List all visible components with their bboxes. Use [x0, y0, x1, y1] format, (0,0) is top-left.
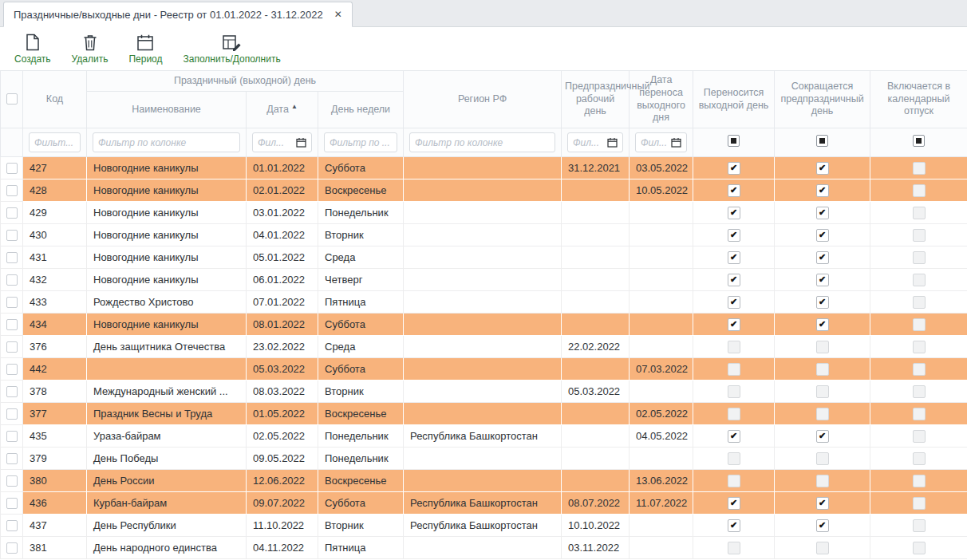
row-checkbox[interactable] — [6, 297, 18, 308]
table-row[interactable]: 427Новогодние каникулы01.01.2022Суббота3… — [1, 157, 967, 179]
shortened-checkbox[interactable]: ✔ — [816, 274, 829, 286]
table-row[interactable]: 432Новогодние каникулы06.01.2022Четверг✔… — [1, 269, 967, 291]
period-button[interactable]: Период — [128, 34, 162, 65]
row-checkbox[interactable] — [6, 364, 18, 375]
column-header-transfer-date[interactable]: Дата переноса выходного дня — [630, 71, 693, 128]
shortened-checkbox[interactable]: ✔ — [816, 162, 829, 175]
column-header-date[interactable]: Дата▲ — [247, 92, 318, 128]
vacation-checkbox[interactable] — [913, 408, 926, 420]
row-checkbox[interactable] — [6, 431, 18, 442]
column-header-code[interactable]: Код — [23, 71, 87, 128]
create-button[interactable]: Создать — [14, 34, 51, 65]
shortened-checkbox[interactable]: ✔ — [816, 497, 829, 510]
table-row[interactable]: 434Новогодние каникулы08.01.2022Суббота✔… — [1, 314, 967, 336]
transferred-checkbox[interactable] — [728, 341, 740, 353]
shortened-checkbox[interactable]: ✔ — [816, 207, 829, 219]
table-row[interactable]: 379День Победы09.05.2022Понедельник — [1, 448, 967, 470]
filter-transfer-input[interactable] — [641, 137, 669, 148]
transferred-checkbox[interactable] — [728, 385, 740, 398]
filter-weekday-input[interactable] — [330, 137, 392, 148]
tab-close-icon[interactable]: ✕ — [334, 9, 342, 20]
vacation-checkbox[interactable] — [913, 430, 926, 443]
shortened-checkbox[interactable]: ✔ — [816, 296, 829, 309]
vacation-checkbox[interactable] — [913, 229, 926, 242]
transferred-checkbox[interactable]: ✔ — [728, 430, 740, 443]
shortened-checkbox[interactable] — [816, 475, 829, 487]
row-checkbox[interactable] — [6, 498, 18, 509]
column-header-shortened[interactable]: Сокращается предпраздничный день — [775, 71, 870, 128]
vacation-checkbox[interactable] — [913, 207, 926, 219]
row-checkbox[interactable] — [6, 520, 18, 531]
transferred-checkbox[interactable]: ✔ — [728, 251, 740, 264]
shortened-checkbox[interactable]: ✔ — [816, 251, 829, 264]
vacation-checkbox[interactable] — [913, 184, 926, 197]
filter-region-input[interactable] — [415, 137, 550, 148]
fill-append-button[interactable]: Заполнить/Дополнить — [184, 34, 281, 65]
calendar-icon[interactable] — [671, 137, 681, 148]
row-checkbox[interactable] — [6, 475, 18, 487]
vacation-checkbox[interactable] — [913, 497, 926, 510]
shortened-checkbox[interactable]: ✔ — [816, 430, 829, 443]
column-header-transferred[interactable]: Переносится выходной день — [693, 71, 775, 128]
filter-vacation-checkbox[interactable] — [913, 135, 925, 147]
table-row[interactable]: 376День защитника Отечества23.02.2022Сре… — [1, 336, 967, 358]
row-checkbox[interactable] — [6, 542, 18, 554]
row-checkbox[interactable] — [6, 453, 18, 464]
table-row[interactable]: 437День Республики11.10.2022ВторникРеспу… — [1, 515, 967, 537]
transferred-checkbox[interactable] — [728, 542, 740, 554]
row-checkbox[interactable] — [6, 230, 18, 241]
shortened-checkbox[interactable]: ✔ — [816, 229, 829, 242]
filter-preholiday-input[interactable] — [573, 137, 605, 148]
vacation-checkbox[interactable] — [913, 385, 926, 398]
transferred-checkbox[interactable] — [728, 408, 740, 420]
table-row[interactable]: 431Новогодние каникулы05.01.2022Среда✔✔ — [1, 246, 967, 269]
table-row[interactable]: 380День России12.06.2022Воскресенье13.06… — [1, 470, 967, 492]
table-row[interactable]: 428Новогодние каникулы02.01.2022Воскресе… — [1, 179, 967, 202]
transferred-checkbox[interactable] — [728, 452, 740, 465]
filter-shortened-checkbox[interactable] — [816, 135, 828, 147]
vacation-checkbox[interactable] — [913, 318, 926, 331]
vacation-checkbox[interactable] — [913, 542, 926, 554]
table-row[interactable]: 429Новогодние каникулы03.01.2022Понедель… — [1, 202, 967, 224]
transferred-checkbox[interactable]: ✔ — [728, 318, 740, 331]
tab-holidays-registry[interactable]: Праздничные/выходные дни - Реестр от 01.… — [3, 2, 353, 27]
vacation-checkbox[interactable] — [913, 452, 926, 465]
vacation-checkbox[interactable] — [913, 341, 926, 353]
table-row[interactable]: 433Рождество Христово07.01.2022Пятница✔✔ — [1, 291, 967, 314]
transferred-checkbox[interactable]: ✔ — [728, 184, 740, 197]
column-header-name[interactable]: Наименование — [87, 92, 247, 128]
calendar-icon[interactable] — [296, 137, 306, 148]
shortened-checkbox[interactable] — [816, 341, 829, 353]
vacation-checkbox[interactable] — [913, 162, 926, 175]
shortened-checkbox[interactable] — [816, 408, 829, 420]
filter-date-input[interactable] — [258, 137, 294, 148]
transferred-checkbox[interactable]: ✔ — [728, 296, 740, 309]
table-row[interactable]: 44205.03.2022Суббота07.03.2022 — [1, 358, 967, 381]
row-checkbox[interactable] — [6, 319, 18, 330]
vacation-checkbox[interactable] — [913, 251, 926, 264]
row-checkbox[interactable] — [6, 341, 18, 353]
delete-button[interactable]: Удалить — [72, 34, 109, 65]
table-row[interactable]: 377Праздник Весны и Труда01.05.2022Воскр… — [1, 403, 967, 425]
row-checkbox[interactable] — [6, 207, 18, 219]
shortened-checkbox[interactable] — [816, 452, 829, 465]
transferred-checkbox[interactable] — [728, 475, 740, 487]
table-row[interactable]: 436Курбан-байрам09.07.2022СубботаРеспубл… — [1, 492, 967, 515]
table-row[interactable]: 435Ураза-байрам02.05.2022ПонедельникРесп… — [1, 425, 967, 448]
filter-code-input[interactable] — [34, 137, 75, 148]
calendar-icon[interactable] — [607, 137, 618, 148]
row-checkbox[interactable] — [6, 163, 18, 174]
transferred-checkbox[interactable]: ✔ — [728, 274, 740, 286]
shortened-checkbox[interactable] — [816, 385, 829, 398]
row-checkbox[interactable] — [6, 252, 18, 263]
transferred-checkbox[interactable]: ✔ — [728, 497, 740, 510]
select-all-checkbox[interactable] — [6, 93, 18, 105]
table-row[interactable]: 381День народного единства04.11.2022Пятн… — [1, 537, 967, 559]
row-checkbox[interactable] — [6, 274, 18, 286]
column-header-weekday[interactable]: День недели — [318, 92, 404, 128]
transferred-checkbox[interactable] — [728, 363, 740, 376]
shortened-checkbox[interactable]: ✔ — [816, 184, 829, 197]
column-header-region[interactable]: Регион РФ — [404, 71, 562, 128]
transferred-checkbox[interactable]: ✔ — [728, 519, 740, 532]
row-checkbox[interactable] — [6, 185, 18, 196]
